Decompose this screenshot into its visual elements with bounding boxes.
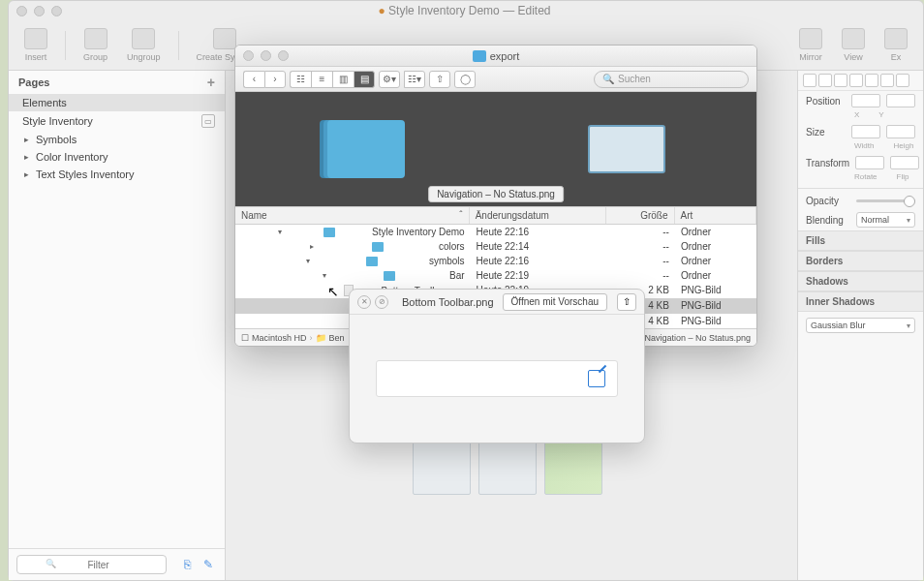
view-button[interactable]: View [836, 26, 871, 64]
export-button[interactable]: Ex [878, 26, 913, 64]
ungroup-button[interactable]: Ungroup [121, 26, 167, 64]
sort-icon[interactable]: ˆ [459, 210, 462, 221]
rotate-input[interactable] [855, 156, 884, 169]
blending-dropdown[interactable]: Normal [856, 212, 915, 228]
disclosure-icon[interactable]: ▾ [323, 271, 330, 280]
list-header[interactable]: Nameˆ Änderungsdatum Größe Art [235, 206, 756, 225]
x-input[interactable] [851, 94, 880, 107]
blur-dropdown[interactable]: Gaussian Blur [806, 318, 915, 333]
file-row[interactable]: ▾Style Inventory DemoHeute 22:16--Ordner [235, 225, 756, 239]
shadows-section[interactable]: Shadows [798, 271, 923, 291]
tags-button[interactable]: ◯ [454, 71, 476, 88]
artboard-badge-icon: ▭ [201, 114, 215, 128]
coverflow-area[interactable]: Navigation – No Status.png [235, 92, 756, 206]
opacity-slider[interactable] [856, 199, 915, 202]
add-page-icon[interactable]: + [207, 75, 215, 90]
link-icon[interactable]: ⎘ [184, 558, 198, 571]
file-row[interactable]: ▸colorsHeute 22:14--Ordner [235, 239, 756, 254]
folder-icon [384, 271, 395, 281]
inner-shadows-section[interactable]: Inner Shadows [798, 291, 923, 312]
disclosure-icon[interactable]: ▸ [310, 242, 318, 251]
action-button[interactable]: ⚙▾ [379, 71, 400, 88]
quicklook-preview [350, 315, 644, 443]
filter-bar: ⎘ ✎ [9, 548, 225, 581]
folder-icon [372, 242, 384, 252]
fills-section[interactable]: Fills [798, 230, 923, 251]
layer-color-inventory[interactable]: ▸Color Inventory [9, 148, 225, 166]
folder-icon [473, 50, 486, 62]
folder-icon [323, 228, 335, 237]
disclosure-icon[interactable]: ▾ [278, 228, 286, 236]
coverflow-preview-icon [588, 125, 665, 173]
layers-panel: Pages+ Elements Style Inventory ▭ ▸Symbo… [9, 71, 226, 580]
settings-icon[interactable]: ✎ [203, 558, 217, 571]
zoom-icon[interactable] [278, 50, 289, 61]
y-input[interactable] [886, 94, 915, 107]
search-input[interactable]: 🔍 Suchen [594, 71, 749, 88]
quicklook-filename: Bottom Toolbar.png [402, 296, 494, 308]
disclosure-icon[interactable]: ▾ [306, 257, 314, 265]
open-with-button[interactable]: Öffnen mit Vorschau [503, 293, 607, 311]
inspector-panel: Position XY Size WidthHeigh Transform Ro… [797, 71, 923, 580]
share-button[interactable]: ⇧ [617, 293, 636, 311]
icon-view-button[interactable]: ☷ [290, 71, 311, 88]
titlebar: ● Style Inventory Demo — Edited [9, 1, 923, 20]
coverflow-view-button[interactable]: ▤ [354, 71, 375, 88]
mirror-button[interactable]: Mirror [793, 26, 828, 64]
page-elements[interactable]: Elements [9, 94, 225, 111]
alignment-bar[interactable] [798, 71, 923, 91]
quicklook-popover: ✕ ⊘ Bottom Toolbar.png Öffnen mit Vorsch… [349, 289, 645, 443]
forward-button[interactable]: › [264, 71, 286, 88]
disclosure-icon[interactable]: ▸ [22, 152, 30, 162]
finder-titlebar: export [235, 46, 756, 67]
arrange-button[interactable]: ☷▾ [404, 71, 425, 88]
close-icon[interactable]: ✕ [357, 295, 371, 309]
borders-section[interactable]: Borders [798, 251, 923, 271]
pages-header: Pages+ [9, 71, 225, 94]
width-input[interactable] [851, 125, 880, 138]
share-button[interactable]: ⇧ [429, 71, 450, 88]
compose-icon [588, 370, 605, 387]
layer-symbols[interactable]: ▸Symbols [9, 131, 225, 148]
file-row[interactable]: ▾symbolsHeute 22:16--Ordner [235, 254, 756, 268]
list-view-button[interactable]: ≡ [311, 71, 332, 88]
quicklook-header: ✕ ⊘ Bottom Toolbar.png Öffnen mit Vorsch… [350, 290, 644, 315]
finder-toolbar: ‹ › ☷ ≡ ▥ ▤ ⚙▾ ☷▾ ⇧ ◯ 🔍 Suchen [235, 67, 756, 92]
filter-input[interactable] [16, 555, 167, 574]
file-row[interactable]: ▾BarHeute 22:19--Ordner [235, 268, 756, 283]
insert-button[interactable]: Insert [18, 26, 53, 64]
page-style-inventory[interactable]: Style Inventory ▭ [9, 111, 225, 131]
window-title: ● Style Inventory Demo — Edited [14, 4, 915, 17]
disclosure-icon[interactable]: ▸ [22, 169, 30, 179]
folder-icon [366, 257, 378, 266]
back-button[interactable]: ‹ [243, 71, 264, 88]
flip-input[interactable] [890, 156, 919, 169]
minimize-icon[interactable] [261, 50, 271, 61]
layer-text-styles[interactable]: ▸Text Styles Inventory [9, 166, 225, 183]
disclosure-icon[interactable]: ▸ [22, 135, 30, 144]
search-icon: 🔍 [602, 74, 614, 84]
coverflow-folder-icon [327, 120, 405, 178]
close-icon[interactable] [243, 50, 254, 61]
height-input[interactable] [886, 125, 915, 138]
stop-icon[interactable]: ⊘ [375, 295, 388, 309]
coverflow-label: Navigation – No Status.png [428, 186, 564, 202]
column-view-button[interactable]: ▥ [332, 71, 354, 88]
group-button[interactable]: Group [77, 26, 113, 64]
